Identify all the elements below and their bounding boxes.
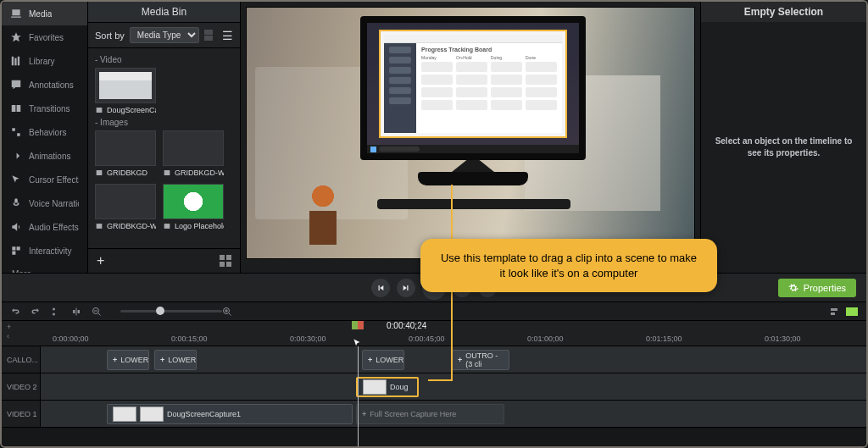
background-plant <box>298 185 348 245</box>
playhead-line <box>358 346 359 446</box>
clip-dropzone[interactable]: Progress Tracking Board MondayOn-HoldDoi… <box>379 30 567 138</box>
zoom-slider[interactable] <box>120 310 222 312</box>
sidebar-label: Annotations <box>29 80 74 90</box>
callout-connector <box>428 379 452 381</box>
track-label[interactable]: VIDEO 2 <box>2 373 41 400</box>
instruction-callout: Use this template to drag a clip into a … <box>420 239 717 292</box>
timeline-ruler[interactable]: +‹ 0:00:00;000:00:15;000:00:30;000:00:45… <box>2 321 866 346</box>
zoom-out-button[interactable] <box>92 307 102 317</box>
media-item[interactable]: Logo Placeholder <box>163 184 224 230</box>
tool-sidebar: Media Favorites Library Annotations Tran… <box>2 2 88 273</box>
quiz-button[interactable] <box>846 307 858 316</box>
playhead-timecode: 0:00:40;24 <box>383 321 430 330</box>
add-media-button[interactable]: ☰ <box>221 30 233 41</box>
zoom-in-button[interactable] <box>222 307 232 317</box>
media-item[interactable]: GRIDBKGD-WHI... <box>95 184 156 230</box>
track-content[interactable]: DougScreenCapture1+Full Screen Capture H… <box>41 401 866 427</box>
timeline-clip[interactable]: +OUTRO - (3 cli <box>452 350 509 370</box>
media-section-header: - Video <box>95 52 233 68</box>
gear-icon <box>788 283 798 293</box>
ruler-tick: 0:00:30;00 <box>290 335 326 343</box>
redo-button[interactable] <box>31 307 41 317</box>
keyboard-mockup <box>377 199 570 209</box>
media-item-label: Logo Placeholder <box>163 219 224 230</box>
sidebar-item-behaviors[interactable]: Behaviors <box>2 120 87 144</box>
sidebar-label: Favorites <box>29 33 64 42</box>
media-thumbnail <box>95 184 156 219</box>
media-item[interactable]: DougScreenCap... <box>95 68 156 114</box>
marker-button[interactable] <box>829 307 839 317</box>
track-content[interactable]: +LOWER+LOWER+LOWER+OUTRO - (3 cli <box>41 346 866 373</box>
media-icon <box>10 8 22 19</box>
sidebar-item-interactivity[interactable]: Interactivity <box>2 239 87 263</box>
cursor-pointer-icon <box>352 336 362 350</box>
media-item-label: GRIDBKGD <box>95 166 156 177</box>
sidebar-label: Library <box>29 57 55 66</box>
sidebar-label: Behaviors <box>29 128 66 137</box>
sidebar-item-audio-effects[interactable]: Audio Effects <box>2 215 87 239</box>
sidebar-item-voice-narration[interactable]: Voice Narration <box>2 191 87 215</box>
grid-view-button[interactable] <box>220 255 231 267</box>
sidebar-item-annotations[interactable]: Annotations <box>2 73 87 97</box>
media-thumbnail <box>95 68 156 103</box>
add-button[interactable]: + <box>97 254 104 268</box>
placeholder-browser: Progress Tracking Board MondayOn-HoldDoi… <box>384 35 562 133</box>
ruler-tick: 0:01:15;00 <box>646 335 682 343</box>
media-bin-body: - VideoDougScreenCap...- ImagesGRIDBKGDG… <box>88 48 240 248</box>
ruler-tick: 0:01:00;00 <box>527 335 564 343</box>
sort-label: Sort by <box>95 30 125 41</box>
ruler-tick: 0:00:45;00 <box>409 335 445 343</box>
media-thumbnail <box>163 130 224 166</box>
timeline-clip[interactable]: +LOWER <box>362 350 404 370</box>
sidebar-item-library[interactable]: Library <box>2 49 87 73</box>
interactivity-icon <box>10 245 22 257</box>
microphone-icon <box>10 197 22 209</box>
sidebar-item-transitions[interactable]: Transitions <box>2 97 87 120</box>
sidebar-label: Transitions <box>29 104 70 113</box>
track-label[interactable]: CALLO... <box>2 346 41 373</box>
track-label[interactable]: VIDEO 1 <box>2 401 41 427</box>
playhead[interactable] <box>352 321 364 329</box>
timeline-clip[interactable]: +Full Screen Capture Here <box>356 404 504 424</box>
media-thumbnail <box>163 184 224 219</box>
media-item-label: GRIDBKGD-WHI... <box>163 166 224 177</box>
media-item[interactable]: GRIDBKGD <box>95 130 156 177</box>
media-section-header: - Images <box>95 114 233 130</box>
media-item[interactable]: GRIDBKGD-WHI... <box>163 130 224 177</box>
timeline-tracks: CALLO...+LOWER+LOWER+LOWER+OUTRO - (3 cl… <box>2 346 866 446</box>
timeline-clip[interactable]: Doug <box>356 377 419 397</box>
cut-button[interactable] <box>51 307 61 317</box>
sidebar-item-favorites[interactable]: Favorites <box>2 25 87 49</box>
sidebar-item-cursor-effects[interactable]: Cursor Effects <box>2 168 87 191</box>
sort-select[interactable]: Media Type <box>130 27 199 43</box>
behaviors-icon <box>10 126 22 138</box>
scene[interactable]: Progress Tracking Board MondayOn-HoldDoi… <box>246 7 695 259</box>
track-content[interactable]: Doug <box>41 373 866 400</box>
track-row: CALLO...+LOWER+LOWER+LOWER+OUTRO - (3 cl… <box>2 346 866 373</box>
properties-panel-title: Empty Selection <box>701 2 866 22</box>
next-frame-button[interactable] <box>397 279 415 297</box>
track-row: VIDEO 1DougScreenCapture1+Full Screen Ca… <box>2 401 866 428</box>
properties-panel-message: Select an object on the timeline to see … <box>701 22 866 273</box>
properties-button[interactable]: Properties <box>778 279 856 297</box>
properties-panel: Empty Selection Select an object on the … <box>700 2 866 273</box>
prev-frame-button[interactable] <box>371 279 390 297</box>
timeline: +‹ 0:00:00;000:00:15;000:00:30;000:00:45… <box>2 301 866 446</box>
split-button[interactable] <box>71 307 81 317</box>
timeline-clip[interactable]: +LOWER <box>107 350 149 370</box>
sort-direction-buttons[interactable] <box>204 30 213 41</box>
library-icon <box>10 55 22 67</box>
properties-button-label: Properties <box>804 283 846 293</box>
media-bin-sort-row: Sort by Media Type ☰ <box>88 23 240 48</box>
media-bin-panel: Media Bin Sort by Media Type ☰ - VideoDo… <box>88 2 241 273</box>
placeholder-page-title: Progress Tracking Board <box>421 47 557 53</box>
sidebar-label: Audio Effects <box>29 223 79 232</box>
sidebar-item-animations[interactable]: Animations <box>2 144 87 168</box>
media-item-label: DougScreenCap... <box>95 103 156 114</box>
canvas-preview: Progress Tracking Board MondayOn-HoldDoi… <box>241 2 700 273</box>
sidebar-item-media[interactable]: Media <box>2 2 87 25</box>
timeline-toolbar <box>2 302 866 321</box>
undo-button[interactable] <box>10 307 20 317</box>
timeline-clip[interactable]: +LOWER <box>154 350 197 370</box>
timeline-clip[interactable]: DougScreenCapture1 <box>107 404 353 424</box>
